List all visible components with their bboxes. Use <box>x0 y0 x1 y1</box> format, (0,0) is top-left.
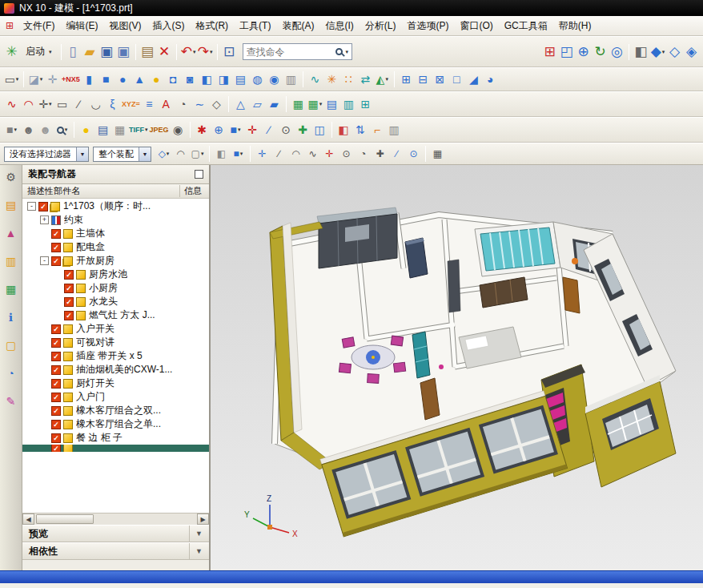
horizontal-scrollbar[interactable]: ◀ ▶ <box>22 513 209 525</box>
tree-checkbox[interactable]: ✓ <box>38 202 48 211</box>
chevron-down-icon[interactable]: ▼ <box>189 543 203 559</box>
boss-icon[interactable]: ◘ <box>165 70 182 89</box>
snap-on-curve-icon[interactable]: ∿ <box>304 146 321 162</box>
image-icon[interactable]: ▦ <box>111 120 128 139</box>
sweep-icon[interactable]: ∿ <box>307 70 323 89</box>
menu-item[interactable]: 文件(F) <box>18 17 60 35</box>
tree-row[interactable]: -✓1^1703（顺序：时... <box>22 199 209 213</box>
spreadsheet-icon[interactable]: ▤ <box>323 95 340 114</box>
chevron-down-icon[interactable]: ▾ <box>346 49 349 55</box>
add-green-icon[interactable]: ✚ <box>295 120 311 139</box>
tree-checkbox[interactable]: ✓ <box>51 406 61 416</box>
tree-checkbox[interactable]: ✓ <box>51 365 61 375</box>
section-curve-icon[interactable]: ▰ <box>266 95 283 114</box>
point-icon[interactable]: ✛▾ <box>37 95 54 114</box>
window-grid-icon[interactable]: ⊞ <box>541 42 558 62</box>
tree-checkbox[interactable]: ✓ <box>64 297 74 307</box>
tree-row[interactable]: +约束 <box>22 213 209 227</box>
tree-row[interactable]: ✓可视对讲 <box>22 336 209 349</box>
shell-icon[interactable]: □ <box>448 70 465 89</box>
tree-row[interactable]: ✓厨房水池 <box>22 268 209 281</box>
role-user-icon[interactable]: ☻ <box>20 120 37 139</box>
ellipse-icon[interactable]: ◔ <box>175 95 191 114</box>
menu-item[interactable]: 编辑(E) <box>60 17 103 35</box>
name-column-header[interactable]: 描述性部件名 <box>22 185 180 197</box>
sort-icon[interactable]: ⇅ <box>352 120 369 139</box>
tree-expander[interactable]: + <box>40 215 49 224</box>
system-materials-icon[interactable]: ✎ <box>2 393 20 409</box>
grid-plus-icon[interactable]: ⊞ <box>357 95 374 114</box>
search-icon[interactable] <box>335 48 343 55</box>
shaded-cube-icon[interactable]: ■▾ <box>230 146 247 162</box>
sphere-icon[interactable]: ● <box>114 70 131 89</box>
measure-icon[interactable]: ∕ <box>261 120 278 139</box>
crosshair-icon[interactable]: ✛ <box>244 120 261 139</box>
dropdown-caret-icon[interactable]: ▾ <box>662 49 665 55</box>
block-icon[interactable]: ■ <box>98 70 114 89</box>
snap-line-icon[interactable]: ∕ <box>388 146 405 162</box>
select-scope-icon[interactable]: ◇▾ <box>155 146 172 162</box>
dropdown-caret-icon[interactable]: ▾ <box>65 127 68 133</box>
apartment-model[interactable]: X Y Z <box>211 165 703 570</box>
highlight-cube-icon[interactable]: ◧ <box>213 146 230 162</box>
ray-traced-studio-icon[interactable]: ✱ <box>194 120 211 139</box>
cylinder-icon[interactable]: ▮ <box>81 70 98 89</box>
snap-point-icon[interactable]: ✛ <box>254 146 271 162</box>
command-search-input[interactable] <box>247 46 333 58</box>
hd3d-tools-icon[interactable]: ℹ <box>2 309 20 325</box>
spring-icon[interactable]: ξ <box>104 95 121 114</box>
tree-checkbox[interactable]: ✓ <box>51 243 61 252</box>
tree-row[interactable]: ✓厨灯开关 <box>22 377 209 390</box>
datum-plane-icon[interactable]: ◪▾ <box>27 70 44 89</box>
offset-curve-icon[interactable]: ≡ <box>141 95 158 114</box>
dependencies-section-bar[interactable]: 相依性 ▼ <box>22 542 209 560</box>
fit-view-icon[interactable]: ◎ <box>609 42 625 62</box>
tree-checkbox[interactable]: ✓ <box>51 433 61 443</box>
history-icon[interactable]: ◔ <box>2 365 20 381</box>
tree-checkbox[interactable]: ✓ <box>51 445 61 452</box>
graphics-window[interactable]: X Y Z <box>211 165 703 570</box>
tree-row[interactable]: ✓插座 带开关 x 5 <box>22 349 209 363</box>
dropdown-caret-icon[interactable]: ▾ <box>167 151 170 157</box>
save-as-icon[interactable]: ▣ <box>115 42 132 62</box>
snap-endpoint-icon[interactable]: ∕ <box>271 146 287 162</box>
menu-item[interactable]: GC工具箱 <box>499 17 553 35</box>
split-window-icon[interactable]: ◫ <box>311 120 328 139</box>
dropdown-caret-icon[interactable]: ▾ <box>49 101 52 107</box>
tree-row[interactable]: ✓橡木客厅组合之单... <box>22 417 209 431</box>
tree-expander[interactable]: - <box>27 202 36 211</box>
rectangle-icon[interactable]: ▭ <box>54 95 70 114</box>
arc-icon[interactable]: ◠ <box>20 95 37 114</box>
tree-row[interactable]: ✓主墙体 <box>22 227 209 240</box>
chevron-down-icon[interactable]: ▼ <box>139 147 151 161</box>
snap-intersection-icon[interactable]: ✛ <box>321 146 338 162</box>
chevron-down-icon[interactable]: ▼ <box>76 147 88 161</box>
tree-checkbox[interactable]: ✓ <box>51 229 61 239</box>
redo-icon[interactable]: ↷▾ <box>197 42 214 62</box>
assembly-navigator-icon[interactable]: ▤ <box>2 197 20 213</box>
text-icon[interactable]: A <box>158 95 175 114</box>
tree-row[interactable]: ✓抽油烟机美的CXW-1... <box>22 363 209 377</box>
assembly-scope-dropdown[interactable]: 整个装配 ▼ <box>93 147 151 162</box>
line-icon[interactable]: ∕ <box>70 95 87 114</box>
jpeg-export-icon[interactable]: JPEG <box>149 120 170 139</box>
dropdown-caret-icon[interactable]: ▾ <box>14 127 17 133</box>
unite-icon[interactable]: ⊞ <box>398 70 415 89</box>
tree-row[interactable]: ✓水龙头 <box>22 295 209 308</box>
tree-row[interactable]: ✓入户门 <box>22 390 209 404</box>
iso-view-cube-icon[interactable]: ◈ <box>683 42 700 62</box>
info-column-header[interactable]: 信息 <box>180 185 209 197</box>
expressions-table-icon[interactable]: ▦ <box>290 95 307 114</box>
magnify-icon[interactable]: ▾ <box>54 120 70 139</box>
part-families-icon[interactable]: ▦▾ <box>307 95 323 114</box>
copy-display-icon[interactable]: ⊡ <box>221 42 238 62</box>
dropdown-caret-icon[interactable]: ▾ <box>238 127 241 133</box>
gateway-swirl-icon[interactable]: ✳ <box>3 42 20 62</box>
snap-quadrant-icon[interactable]: ◔ <box>355 146 372 162</box>
front-view-cube-icon[interactable]: ◇ <box>666 42 683 62</box>
half-shade-icon[interactable]: ◧ <box>335 120 352 139</box>
tree-checkbox[interactable]: ✓ <box>51 352 61 361</box>
tree-checkbox[interactable]: ✓ <box>51 393 61 402</box>
scrollbar-thumb[interactable] <box>36 514 94 524</box>
project-curve-icon[interactable]: △ <box>232 95 249 114</box>
